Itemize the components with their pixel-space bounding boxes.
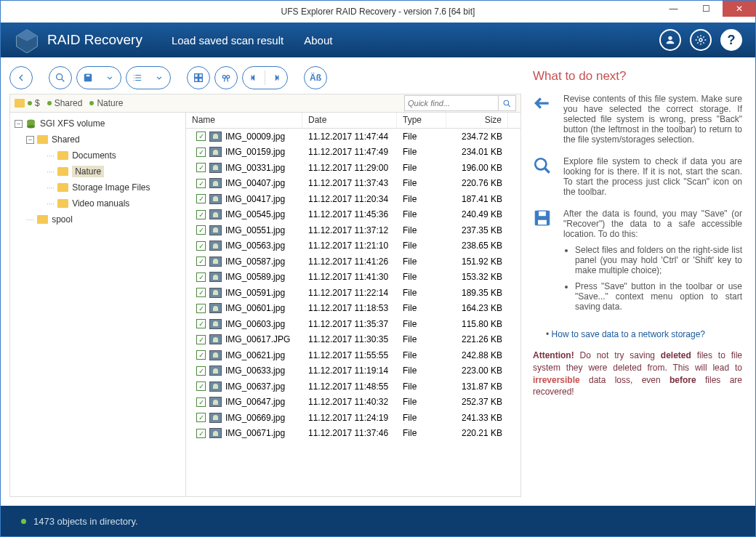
folder-icon [37,215,48,224]
select-dropdown-icon[interactable] [148,67,170,89]
tree-nature[interactable]: ····Nature [12,163,184,179]
table-row[interactable]: ✓IMG_00551.jpg11.12.2017 11:37:12File237… [186,222,520,238]
breadcrumb-shared[interactable]: Shared [47,98,83,108]
settings-button[interactable] [690,29,712,51]
table-row[interactable]: ✓IMG_00545.jpg11.12.2017 11:45:36File240… [186,207,520,223]
checkbox-icon[interactable]: ✓ [196,179,206,188]
arrow-left-icon [533,94,553,145]
image-icon [209,303,222,313]
image-icon [209,257,222,267]
search-input[interactable] [404,95,499,111]
checkbox-icon[interactable]: ✓ [196,148,206,157]
table-row[interactable]: ✓IMG_00621.jpg11.12.2017 11:55:55File242… [186,347,520,363]
search-button[interactable] [499,95,516,111]
checkbox-icon[interactable]: ✓ [196,288,206,297]
table-row[interactable]: ✓IMG_00669.jpg11.12.2017 11:24:19File241… [186,410,520,426]
checkbox-icon[interactable]: ✓ [196,350,206,360]
table-row[interactable]: ✓IMG_00159.jpg11.12.2017 11:47:49File234… [186,145,520,161]
table-row[interactable]: ✓IMG_00671.jpg11.12.2017 11:37:46File220… [186,426,520,442]
svg-rect-8 [199,74,203,78]
table-row[interactable]: ✓IMG_00647.jpg11.12.2017 11:40:32File252… [186,395,520,411]
checkbox-icon[interactable]: ✓ [196,132,206,141]
save-button-group[interactable] [76,66,121,89]
checkbox-icon[interactable]: ✓ [196,366,206,376]
image-icon [209,319,222,329]
find-button[interactable] [214,66,238,89]
tree-storage-image-files[interactable]: ····Storage Image Files [12,179,184,195]
select-button-group[interactable] [126,66,171,89]
image-icon [209,428,222,438]
help-link[interactable]: How to save data to a network storage? [546,329,742,339]
table-row[interactable]: ✓IMG_00601.jpg11.12.2017 11:18:53File164… [186,301,520,317]
next-icon[interactable] [265,67,287,89]
col-name[interactable]: Name [186,113,302,128]
font-button[interactable]: Äß [304,66,327,89]
col-size[interactable]: Size [446,113,508,128]
checkbox-icon[interactable]: ✓ [196,272,206,282]
tree-spool[interactable]: ····spool [12,211,184,227]
table-row[interactable]: ✓IMG_00563.jpg11.12.2017 11:21:10File238… [186,238,520,254]
table-row[interactable]: ✓IMG_00417.jpg11.12.2017 11:20:34File187… [186,191,520,207]
checkbox-icon[interactable]: ✓ [196,241,206,251]
maximize-button[interactable]: ☐ [690,1,723,17]
table-row[interactable]: ✓IMG_00589.jpg11.12.2017 11:41:30File153… [186,270,520,286]
table-row[interactable]: ✓IMG_00009.jpg11.12.2017 11:47:44File234… [186,129,520,145]
svg-point-4 [57,74,63,80]
tree-root[interactable]: −SGI XFS volume [12,116,184,132]
status-text: 1473 objects in directory. [33,516,138,527]
checkbox-icon[interactable]: ✓ [196,429,206,438]
checkbox-icon[interactable]: ✓ [196,257,206,266]
prev-icon[interactable] [243,67,265,89]
nav-button-group [242,66,288,89]
tree-documents[interactable]: ····Documents [12,148,184,163]
close-button[interactable]: ✕ [723,1,755,17]
checkbox-icon[interactable]: ✓ [196,381,206,391]
checkbox-icon[interactable]: ✓ [196,194,206,203]
checkbox-icon[interactable]: ✓ [196,413,206,422]
checkbox-icon[interactable]: ✓ [196,225,206,235]
table-row[interactable]: ✓IMG_00603.jpg11.12.2017 11:35:37File115… [186,316,520,332]
menubar: RAID Recovery Load saved scan result Abo… [1,23,755,57]
breadcrumb: $ Shared Nature [9,94,521,113]
svg-point-17 [535,158,546,169]
table-row[interactable]: ✓IMG_00617.JPG11.12.2017 11:30:35File221… [186,332,520,348]
save-dropdown-icon[interactable] [99,67,121,89]
svg-rect-9 [195,78,198,82]
tree-shared[interactable]: −Shared [12,132,184,148]
help-button[interactable]: ? [720,29,742,51]
grid-view-button[interactable] [187,66,210,89]
scan-button[interactable] [49,66,72,89]
svg-point-16 [27,125,35,129]
folder-icon [37,135,48,144]
image-icon [209,132,222,142]
checkbox-icon[interactable]: ✓ [196,304,206,313]
col-type[interactable]: Type [397,113,446,128]
table-row[interactable]: ✓IMG_00637.jpg11.12.2017 11:48:55File131… [186,379,520,395]
menu-load-saved[interactable]: Load saved scan result [172,34,284,47]
user-button[interactable] [659,29,681,51]
tree-video-manuals[interactable]: ····Video manuals [12,195,184,211]
checkbox-icon[interactable]: ✓ [196,210,206,219]
checkbox-icon[interactable]: ✓ [196,397,206,407]
checkbox-icon[interactable]: ✓ [196,163,206,172]
table-row[interactable]: ✓IMG_00633.jpg11.12.2017 11:19:14File223… [186,363,520,379]
col-date[interactable]: Date [302,113,397,128]
titlebar: UFS Explorer RAID Recovery - version 7.6… [1,1,755,23]
checkbox-icon[interactable]: ✓ [196,319,206,328]
back-button[interactable] [9,66,33,89]
folder-icon [57,199,68,208]
table-row[interactable]: ✓IMG_00587.jpg11.12.2017 11:41:26File151… [186,254,520,270]
checkbox-icon[interactable]: ✓ [196,335,206,344]
table-row[interactable]: ✓IMG_00407.jpg11.12.2017 11:37:43File220… [186,176,520,192]
menu-about[interactable]: About [304,34,332,47]
breadcrumb-nature[interactable]: Nature [89,98,123,108]
breadcrumb-root[interactable]: $ [15,98,40,108]
save-icon [533,209,553,318]
app-logo-icon [14,27,40,53]
save-icon[interactable] [77,67,99,89]
minimize-button[interactable]: — [657,1,690,17]
table-row[interactable]: ✓IMG_00591.jpg11.12.2017 11:22:14File189… [186,285,520,301]
list-icon[interactable] [126,67,148,89]
window-title: UFS Explorer RAID Recovery - version 7.6… [281,7,475,17]
table-row[interactable]: ✓IMG_00331.jpg11.12.2017 11:29:00File196… [186,160,520,176]
